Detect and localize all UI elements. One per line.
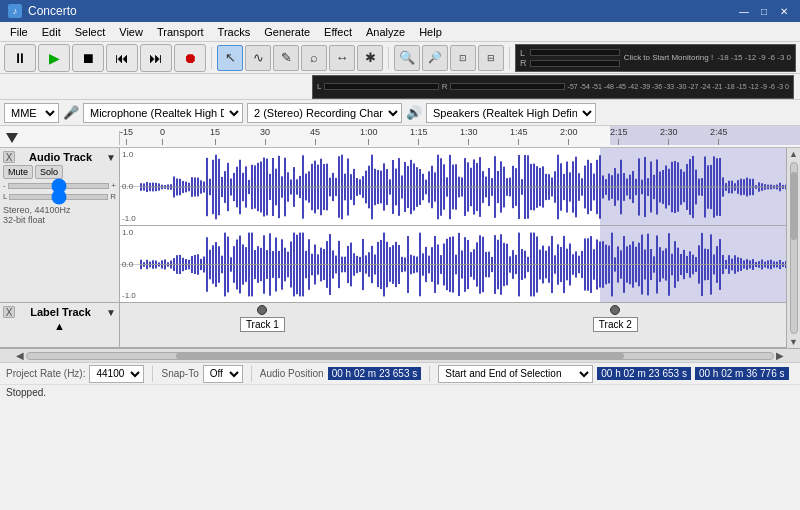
waveform-canvas-bottom <box>140 226 786 303</box>
waveform-scale-top: 1.0 <box>122 150 133 159</box>
project-rate-label: Project Rate (Hz): <box>6 368 85 379</box>
snap-to-select[interactable]: Off <box>203 365 243 383</box>
horizontal-scrollbar[interactable]: ◀ ▶ <box>0 348 800 362</box>
menu-item-transport[interactable]: Transport <box>151 24 210 40</box>
audio-track-dropdown[interactable]: ▼ <box>106 152 116 163</box>
speaker-select[interactable]: Speakers (Realtek High Definiti <box>426 103 596 123</box>
hscroll-right[interactable]: ▶ <box>774 350 786 361</box>
toolbar-separator-2 <box>388 47 389 69</box>
channels-select[interactable]: 2 (Stereo) Recording Channels <box>247 103 402 123</box>
playback-cursor-icon <box>4 131 20 145</box>
label-track-dropdown[interactable]: ▼ <box>106 307 116 318</box>
audio-track-header: X Audio Track ▼ Mute Solo - + L <box>0 148 120 302</box>
cursor-tool-button[interactable]: ↖ <box>217 45 243 71</box>
click-to-monitor[interactable]: Click to Start Monitoring ! <box>624 53 713 62</box>
meter-track-l <box>530 49 620 56</box>
record-button[interactable]: ⏺ <box>174 44 206 72</box>
maximize-button[interactable]: □ <box>756 4 772 18</box>
status-sep-3 <box>429 366 430 382</box>
audio-track-waveform[interactable]: 1.0 0.0 -1.0 <box>120 148 786 302</box>
label-pin-1 <box>257 305 267 315</box>
label-track-content[interactable]: Track 1 Track 2 <box>120 303 786 347</box>
skip-back-button[interactable]: ⏮ <box>106 44 138 72</box>
ruler-tick-10: 2:15 <box>610 127 628 145</box>
ruler-track[interactable]: -15 0 15 30 45 1:00 1:15 1:30 1:45 2:00 … <box>120 126 800 145</box>
zoom-in-button[interactable]: 🔍 <box>394 45 420 71</box>
skip-forward-button[interactable]: ⏭ <box>140 44 172 72</box>
snap-to-section: Snap-To <box>161 368 198 379</box>
selection-start-value[interactable]: 00 h 02 m 23 653 s <box>597 367 691 380</box>
close-button[interactable]: ✕ <box>776 4 792 18</box>
pan-R-label: R <box>110 192 116 201</box>
pan-L-label: L <box>3 192 7 201</box>
menu-item-generate[interactable]: Generate <box>258 24 316 40</box>
pan-slider[interactable] <box>9 194 108 200</box>
title-left: ♪ Concerto <box>8 4 77 18</box>
envelope-tool-button[interactable]: ∿ <box>245 45 271 71</box>
ruler-selection <box>610 126 800 145</box>
selection-mode-select[interactable]: Start and End of Selection <box>438 365 593 383</box>
label-track-close[interactable]: X <box>3 306 15 318</box>
svg-marker-0 <box>6 133 18 143</box>
menu-item-help[interactable]: Help <box>413 24 448 40</box>
fit-project-button[interactable]: ⊡ <box>450 45 476 71</box>
project-rate-select[interactable]: 44100 <box>89 365 144 383</box>
menu-item-analyze[interactable]: Analyze <box>360 24 411 40</box>
meter-r-track2 <box>450 83 564 90</box>
ruler-tick-2: 15 <box>210 127 220 145</box>
menu-item-select[interactable]: Select <box>69 24 112 40</box>
hscroll-track[interactable] <box>26 352 774 360</box>
tools-toolbar: L R -57 -54 -51 -48 -45 -42 -39 -36 -33 … <box>0 74 800 100</box>
ruler-tick-6: 1:15 <box>410 127 428 145</box>
tracks-area: X Audio Track ▼ Mute Solo - + L <box>0 148 800 362</box>
menu-item-tracks[interactable]: Tracks <box>212 24 257 40</box>
audio-position-value[interactable]: 00 h 02 m 23 653 s <box>328 367 422 380</box>
minimize-button[interactable]: — <box>736 4 752 18</box>
vscroll-thumb[interactable] <box>791 172 797 240</box>
menu-item-view[interactable]: View <box>113 24 149 40</box>
scale-numbers: -57 -54 -51 -48 -45 -42 -39 -36 -33 -30 … <box>568 83 789 90</box>
multi-tool-button[interactable]: ✱ <box>357 45 383 71</box>
menu-item-file[interactable]: File <box>4 24 34 40</box>
selection-end-value[interactable]: 00 h 02 m 36 776 s <box>695 367 789 380</box>
project-rate-section: Project Rate (Hz): <box>6 368 85 379</box>
meter-lr-label: LR <box>520 48 527 68</box>
timeshift-tool-button[interactable]: ↔ <box>329 45 355 71</box>
pencil-tool-button[interactable]: ✎ <box>273 45 299 71</box>
label-pin-2 <box>610 305 620 315</box>
stop-button[interactable]: ⏹ <box>72 44 104 72</box>
zoom-tool-button[interactable]: ⌕ <box>301 45 327 71</box>
fit-vertically-button[interactable]: ⊟ <box>478 45 504 71</box>
snap-to-label: Snap-To <box>161 368 198 379</box>
label-track-header: X Label Track ▼ ▲ <box>0 303 120 347</box>
tracks-inner: X Audio Track ▼ Mute Solo - + L <box>0 148 786 348</box>
zoom-out-button[interactable]: 🔎 <box>422 45 448 71</box>
vertical-scrollbar[interactable]: ▲ ▼ <box>786 148 800 348</box>
gain-plus: + <box>111 181 116 190</box>
mic-select[interactable]: Microphone (Realtek High Defini <box>83 103 243 123</box>
hscroll-left[interactable]: ◀ <box>14 350 26 361</box>
pause-button[interactable]: ⏸ <box>4 44 36 72</box>
meter-row-r <box>530 59 620 68</box>
vscroll-up[interactable]: ▲ <box>788 148 799 160</box>
hscroll-thumb[interactable] <box>176 353 624 359</box>
menu-item-effect[interactable]: Effect <box>318 24 358 40</box>
vscroll-down[interactable]: ▼ <box>788 336 799 348</box>
ruler-tick-1: 0 <box>160 127 165 145</box>
menu-item-edit[interactable]: Edit <box>36 24 67 40</box>
selection-section: Start and End of Selection <box>438 365 593 383</box>
transport-toolbar: ⏸ ▶ ⏹ ⏮ ⏭ ⏺ ↖ ∿ ✎ ⌕ ↔ ✱ 🔍 🔎 ⊡ ⊟ LR Click… <box>0 42 800 74</box>
audio-track-close[interactable]: X <box>3 151 15 163</box>
label-track-up-arrow[interactable]: ▲ <box>54 320 65 332</box>
level-meters[interactable]: LR Click to Start Monitoring ! -18 -15 -… <box>515 44 796 72</box>
label-text-2: Track 2 <box>593 317 638 332</box>
vscroll-track[interactable] <box>790 162 798 334</box>
window-controls: — □ ✕ <box>736 4 792 18</box>
status-message: Stopped. <box>6 387 46 398</box>
title-bar: ♪ Concerto — □ ✕ <box>0 0 800 22</box>
label-text-1: Track 1 <box>240 317 285 332</box>
audio-track-row: X Audio Track ▼ Mute Solo - + L <box>0 148 786 303</box>
status-sep-1 <box>152 366 153 382</box>
play-button[interactable]: ▶ <box>38 44 70 72</box>
host-select[interactable]: MME <box>4 103 59 123</box>
